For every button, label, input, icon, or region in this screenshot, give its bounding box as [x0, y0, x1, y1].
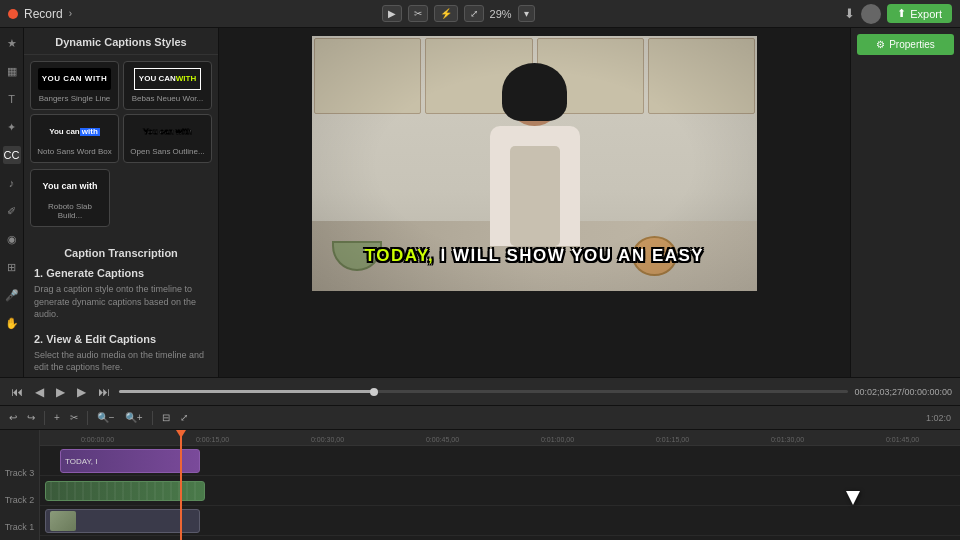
playback-icon-btn[interactable]: ▶ — [382, 5, 402, 22]
go-end-button[interactable]: ⏭ — [95, 383, 113, 401]
track-label-1: Track 1 — [0, 520, 39, 534]
timeline-content: Track 3 Track 2 Track 1 0:00:00.00 0:00:… — [0, 430, 960, 540]
style-card-noto[interactable]: You can with Noto Sans Word Box — [30, 114, 119, 163]
sidebar-item-mic[interactable]: 🎤 — [3, 286, 21, 304]
step-fwd-button[interactable]: ▶ — [74, 383, 89, 401]
playback-bar: ⏮ ◀ ▶ ▶ ⏭ 00:02;03;27/00:00:00:00 — [0, 377, 960, 405]
app-title: Record — [24, 7, 63, 21]
sidebar-item-text[interactable]: T — [3, 90, 21, 108]
track-label-2: Track 2 — [0, 493, 39, 507]
style-card-bebas[interactable]: YOU CAN WITH Bebas Neueu Wor... — [123, 61, 212, 110]
properties-label: Properties — [889, 39, 935, 50]
zoom-value: 29% — [490, 8, 512, 20]
caption-styles-grid: YOU CAN WITH Bangers Single Line YOU CAN… — [24, 55, 218, 169]
timeline-undo-btn[interactable]: ↩ — [6, 411, 20, 424]
playhead[interactable] — [180, 430, 182, 540]
left-panel: Dynamic Captions Styles YOU CAN WITH Ban… — [24, 28, 219, 377]
play-button[interactable]: ▶ — [53, 383, 68, 401]
step1-desc: Drag a caption style onto the timeline t… — [34, 283, 208, 321]
sidebar-item-captions[interactable]: CC — [3, 146, 21, 164]
timeline-zoom-out-btn[interactable]: 🔍− — [94, 411, 118, 424]
style-name-bebas: Bebas Neueu Wor... — [132, 94, 203, 103]
topbar-left: Record › — [8, 7, 72, 21]
main-area: ★ ▦ T ✦ CC ♪ ✐ ◉ ⊞ 🎤 ✋ Dynamic Captions … — [0, 28, 960, 377]
time-mark-4: 0:01:00,00 — [500, 436, 615, 443]
video-preview: TODAY, I WILL SHOW YOU AN EASY — [312, 36, 757, 291]
video-caption: TODAY, I WILL SHOW YOU AN EASY — [312, 246, 757, 266]
progress-bar[interactable] — [119, 390, 848, 393]
track-clip-captions[interactable]: TODAY, I — [60, 449, 200, 473]
sidebar-item-color[interactable]: ◉ — [3, 230, 21, 248]
download-icon[interactable]: ⬇ — [844, 6, 855, 21]
sidebar-item-media[interactable]: ▦ — [3, 62, 21, 80]
icon-bar: ★ ▦ T ✦ CC ♪ ✐ ◉ ⊞ 🎤 ✋ — [0, 28, 24, 377]
properties-button[interactable]: ⚙ Properties — [857, 34, 954, 55]
sidebar-item-layers[interactable]: ⊞ — [3, 258, 21, 276]
export-icon: ⬆ — [897, 7, 906, 20]
timeline-tracks-wrapper: 0:00:00.00 0:00:15,00 0:00:30,00 0:00:45… — [40, 430, 960, 540]
caption-normal: I WILL SHOW YOU AN EASY — [434, 246, 704, 265]
sidebar-item-tools[interactable]: ✐ — [3, 202, 21, 220]
clip-icon-btn[interactable]: ✂ — [408, 5, 428, 22]
timeline-add-btn[interactable]: + — [51, 411, 63, 424]
style-name-noto: Noto Sans Word Box — [37, 147, 112, 156]
time-mark-1: 0:00:15,00 — [155, 436, 270, 443]
time-mark-3: 0:00:45,00 — [385, 436, 500, 443]
topbar-right: ⬇ ⬆ Export — [844, 4, 952, 24]
clip-thumbnail — [50, 511, 76, 531]
sidebar-item-music[interactable]: ♪ — [3, 174, 21, 192]
style-name-bangers: Bangers Single Line — [39, 94, 111, 103]
time-mark-7: 0:01:45,00 — [845, 436, 960, 443]
progress-fill — [119, 390, 374, 393]
progress-thumb — [370, 388, 378, 396]
panel-title: Dynamic Captions Styles — [24, 28, 218, 55]
zoom-dropdown-btn[interactable]: ▾ — [518, 5, 535, 22]
time-mark-5: 0:01:15,00 — [615, 436, 730, 443]
sidebar-item-effects[interactable]: ✦ — [3, 118, 21, 136]
timeline-snap-btn[interactable]: ⊟ — [159, 411, 173, 424]
track-row-1 — [40, 506, 960, 536]
time-markers: 0:00:00.00 0:00:15,00 0:00:30,00 0:00:45… — [40, 436, 960, 443]
record-indicator — [8, 9, 18, 19]
style-preview-roboto: You can with — [43, 176, 98, 198]
sidebar-item-hand[interactable]: ✋ — [3, 314, 21, 332]
user-avatar[interactable] — [861, 4, 881, 24]
go-start-button[interactable]: ⏮ — [8, 383, 26, 401]
step2-desc: Select the audio media on the timeline a… — [34, 349, 208, 374]
timeline-redo-btn[interactable]: ↪ — [24, 411, 38, 424]
time-mark-0: 0:00:00.00 — [40, 436, 155, 443]
style-card-opensans[interactable]: You can with Open Sans Outline... — [123, 114, 212, 163]
style-preview-opensans: You can with — [143, 121, 192, 143]
topbar: Record › ▶ ✂ ⚡ ⤢ 29% ▾ ⬇ ⬆ Export — [0, 0, 960, 28]
time-mark-2: 0:00:30,00 — [270, 436, 385, 443]
style-card-roboto[interactable]: You can with Roboto Slab Build... — [30, 169, 110, 227]
time-mark-6: 0:01:30,00 — [730, 436, 845, 443]
expand-icon-btn[interactable]: ⤢ — [464, 5, 484, 22]
topbar-center: ▶ ✂ ⚡ ⤢ 29% ▾ — [382, 5, 535, 22]
step1-section: 1. Generate Captions Drag a caption styl… — [24, 263, 218, 329]
sidebar-item-star[interactable]: ★ — [3, 34, 21, 52]
timeline-toolbar: ↩ ↪ + ✂ 🔍− 🔍+ ⊟ ⤢ 1:02:0 — [0, 406, 960, 430]
export-button[interactable]: ⬆ Export — [887, 4, 952, 23]
toolbar-sep-2 — [87, 411, 88, 425]
style-name-opensans: Open Sans Outline... — [130, 147, 204, 156]
toolbar-sep-3 — [152, 411, 153, 425]
style-preview-bebas: YOU CAN WITH — [134, 68, 201, 90]
toolbar-sep-1 — [44, 411, 45, 425]
timeline-scissors-btn[interactable]: ✂ — [67, 411, 81, 424]
style-preview-noto: You can with — [49, 121, 100, 143]
step2-title: 2. View & Edit Captions — [34, 333, 208, 345]
style-card-bangers[interactable]: YOU CAN WITH Bangers Single Line — [30, 61, 119, 110]
timeline-zoom-in-btn[interactable]: 🔍+ — [122, 411, 146, 424]
timeline-area: ↩ ↪ + ✂ 🔍− 🔍+ ⊟ ⤢ 1:02:0 Track 3 Track 2… — [0, 405, 960, 540]
magnet-icon-btn[interactable]: ⚡ — [434, 5, 458, 22]
clip-captions-text: TODAY, I — [65, 457, 97, 466]
transcription-header: Caption Transcription — [24, 241, 218, 263]
track-label-3: Track 3 — [0, 466, 39, 480]
timeline-expand-btn[interactable]: ⤢ — [177, 411, 191, 424]
caption-highlight: TODAY, — [365, 246, 434, 265]
export-label: Export — [910, 8, 942, 20]
track-clip-1[interactable] — [45, 509, 200, 533]
step-back-button[interactable]: ◀ — [32, 383, 47, 401]
track-row-2 — [40, 476, 960, 506]
